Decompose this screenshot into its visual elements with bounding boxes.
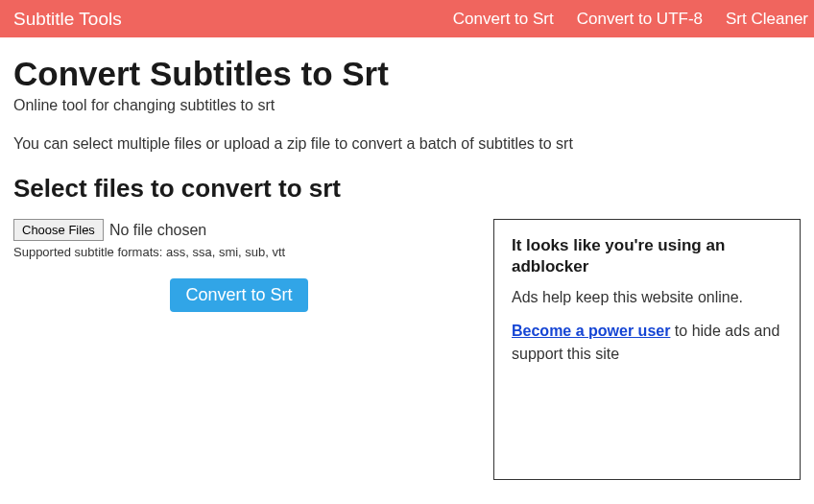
file-input-row: Choose Files No file chosen	[13, 219, 465, 241]
content: Convert Subtitles to Srt Online tool for…	[0, 37, 814, 493]
page-subtitle: Online tool for changing subtitles to sr…	[13, 97, 801, 114]
nav-link-srt-cleaner[interactable]: Srt Cleaner	[726, 10, 808, 29]
navbar: Subtitle Tools Convert to Srt Convert to…	[0, 0, 814, 37]
adblock-title: It looks like you're using an adblocker	[512, 235, 782, 277]
page-title: Convert Subtitles to Srt	[13, 55, 801, 93]
convert-wrap: Convert to Srt	[13, 278, 465, 312]
nav-link-convert-srt[interactable]: Convert to Srt	[453, 10, 554, 29]
adblock-text: Ads help keep this website online.	[512, 289, 782, 306]
adblock-link-line: Become a power user to hide ads and supp…	[512, 320, 782, 366]
brand-link[interactable]: Subtitle Tools	[13, 9, 122, 30]
upload-column: Choose Files No file chosen Supported su…	[13, 219, 465, 312]
two-col-layout: Choose Files No file chosen Supported su…	[13, 219, 801, 480]
adblock-notice: It looks like you're using an adblocker …	[493, 219, 801, 480]
power-user-link[interactable]: Become a power user	[512, 323, 670, 339]
supported-formats: Supported subtitle formats: ass, ssa, sm…	[13, 245, 465, 259]
convert-button[interactable]: Convert to Srt	[170, 278, 307, 312]
instructions: You can select multiple files or upload …	[13, 135, 801, 153]
section-title: Select files to convert to srt	[13, 174, 801, 204]
file-status: No file chosen	[109, 222, 206, 239]
nav-link-convert-utf8[interactable]: Convert to UTF-8	[577, 10, 703, 29]
choose-files-button[interactable]: Choose Files	[13, 219, 104, 241]
nav-links: Convert to Srt Convert to UTF-8 Srt Clea…	[453, 0, 814, 37]
